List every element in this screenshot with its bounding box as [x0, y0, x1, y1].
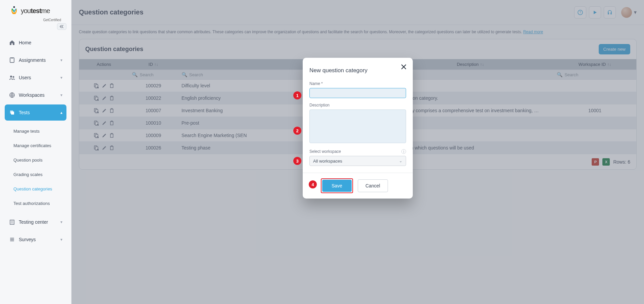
nav-home[interactable]: Home: [5, 35, 66, 51]
workspace-label: Select workspacei: [309, 149, 406, 154]
modal-close-button[interactable]: [401, 64, 407, 70]
nav-label: Home: [19, 40, 31, 45]
logo-mark-icon: [11, 6, 17, 15]
nav-label: Testing center: [19, 219, 48, 225]
nav-surveys[interactable]: Surveys ▾: [5, 231, 66, 248]
new-category-modal: 1 2 3 New question category Name* Descri…: [303, 58, 413, 199]
save-highlight: Save: [321, 178, 353, 193]
modal-actions: 4 Save Cancel: [303, 173, 413, 199]
nav-label: Users: [19, 75, 31, 80]
nav-assignments[interactable]: Assignments ▾: [5, 52, 66, 68]
nav: Home Assignments ▾ Users ▾ Workspaces ▾ …: [0, 33, 71, 251]
svg-rect-8: [10, 220, 14, 224]
list-icon: [9, 236, 15, 243]
globe-icon: [9, 92, 15, 98]
chevron-down-icon: ▾: [60, 93, 62, 97]
cancel-button[interactable]: Cancel: [358, 179, 388, 192]
svg-point-3: [10, 76, 12, 78]
home-icon: [9, 39, 15, 46]
nav-tests[interactable]: Tests ▴: [5, 104, 66, 121]
description-label: Description: [309, 103, 406, 107]
svg-rect-2: [11, 57, 13, 58]
svg-point-0: [13, 6, 15, 8]
building-icon: [9, 219, 15, 225]
sub-manage-tests[interactable]: Manage tests: [5, 125, 66, 138]
nav-label: Surveys: [19, 237, 36, 242]
stack-icon: [9, 109, 15, 116]
nav-testing-center[interactable]: Testing center ▾: [5, 214, 66, 230]
svg-rect-7: [11, 112, 14, 115]
clipboard-icon: [9, 57, 15, 63]
tests-submenu: Manage tests Manage certificates Questio…: [5, 122, 66, 214]
users-icon: [9, 74, 15, 81]
callout-3: 3: [293, 157, 301, 165]
callout-2: 2: [293, 127, 301, 135]
collapse-sidebar-button[interactable]: [57, 23, 66, 30]
main: Question categories ? ▾ Create question …: [71, 0, 644, 304]
nav-users[interactable]: Users ▾: [5, 70, 66, 86]
chevron-down-icon: ▾: [60, 58, 62, 62]
name-label: Name*: [309, 81, 406, 86]
sub-question-categories[interactable]: Question categories: [5, 182, 66, 196]
sub-test-authorizations[interactable]: Test authorizations: [5, 197, 66, 210]
close-icon: [401, 64, 407, 70]
sidebar: youtestme GetCertified Home Assignments …: [0, 0, 71, 304]
logo-subtitle: GetCertified: [0, 18, 71, 22]
chevron-down-icon: ▾: [60, 237, 62, 242]
nav-workspaces[interactable]: Workspaces ▾: [5, 87, 66, 103]
callout-4: 4: [309, 180, 317, 188]
description-textarea[interactable]: [309, 110, 406, 143]
double-chevron-left-icon: [60, 25, 64, 28]
nav-label: Tests: [19, 110, 30, 115]
sub-grading-scales[interactable]: Grading scales: [5, 168, 66, 181]
sub-question-pools[interactable]: Question pools: [5, 154, 66, 167]
chevron-down-icon: ▾: [60, 75, 62, 80]
svg-rect-1: [10, 58, 14, 62]
callout-1: 1: [293, 91, 301, 99]
logo: youtestme: [0, 0, 71, 19]
modal-title: New question category: [309, 67, 406, 74]
svg-point-4: [13, 76, 14, 78]
chevron-down-icon: ▾: [60, 220, 62, 224]
nav-label: Workspaces: [19, 92, 45, 98]
workspace-select[interactable]: All workspaces⌄: [309, 156, 406, 166]
modal-overlay: 1 2 3 New question category Name* Descri…: [71, 0, 644, 304]
chevron-up-icon: ▴: [60, 110, 62, 115]
info-icon[interactable]: i: [401, 149, 406, 154]
logo-text: youtestme: [21, 7, 50, 15]
save-button[interactable]: Save: [322, 180, 352, 192]
name-input[interactable]: [309, 88, 406, 98]
chevron-down-icon: ⌄: [399, 159, 402, 163]
sub-manage-certificates[interactable]: Manage certificates: [5, 139, 66, 152]
nav-label: Assignments: [19, 57, 46, 63]
